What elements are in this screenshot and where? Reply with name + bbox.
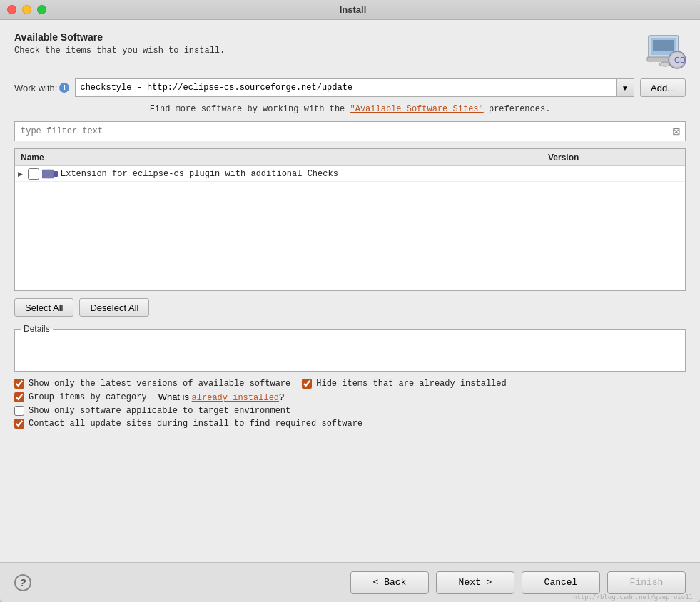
row-name: Extension for eclipse-cs plugin with add…: [61, 169, 338, 179]
main-content: Available Software Check the items that …: [0, 20, 700, 562]
target-environment-label: Show only software applicable to target …: [29, 406, 290, 416]
add-button[interactable]: Add...: [640, 78, 686, 97]
titlebar: Install: [0, 0, 700, 20]
details-legend: Details: [21, 324, 53, 334]
back-button[interactable]: < Back: [350, 571, 429, 594]
info-icon: i: [59, 83, 69, 93]
finish-button[interactable]: Finish: [607, 571, 686, 594]
select-deselect-buttons: Select All Deselect All: [14, 298, 686, 317]
window-title: Install: [13, 4, 693, 15]
option-contact-update-sites: Contact all update sites during install …: [14, 419, 362, 429]
filter-row: ⊠: [14, 121, 686, 141]
deselect-all-button[interactable]: Deselect All: [79, 298, 149, 317]
table-header: Name Version: [15, 149, 685, 166]
next-button[interactable]: Next >: [436, 571, 514, 594]
expand-icon[interactable]: ▶: [18, 170, 28, 178]
footer-buttons: < Back Next > Cancel Finish: [350, 571, 686, 594]
contact-update-sites-label: Contact all update sites during install …: [29, 419, 362, 429]
option-target-environment: Show only software applicable to target …: [14, 406, 290, 416]
work-with-input[interactable]: [75, 78, 616, 97]
option-hide-installed: Hide items that are already installed: [302, 379, 506, 389]
details-content: [21, 335, 679, 367]
options-row-1: Show only the latest versions of availab…: [14, 379, 686, 389]
cancel-button[interactable]: Cancel: [522, 571, 600, 594]
work-with-combo: ▼: [75, 78, 634, 97]
option-latest-versions: Show only the latest versions of availab…: [14, 379, 290, 389]
page-title: Available Software: [14, 31, 225, 43]
combo-dropdown-arrow[interactable]: ▼: [616, 78, 634, 97]
already-installed-row: What is already installed?: [158, 392, 285, 403]
help-button[interactable]: ?: [14, 574, 31, 591]
install-window: Install Available Software Check the ite…: [0, 0, 700, 602]
latest-versions-checkbox[interactable]: [14, 379, 24, 389]
find-more-row: Find more software by working with the "…: [14, 104, 686, 114]
options-row-4: Contact all update sites during install …: [14, 419, 686, 429]
hide-installed-checkbox[interactable]: [302, 379, 312, 389]
work-with-label: Work with: i: [14, 83, 69, 93]
filter-input[interactable]: [15, 126, 668, 136]
footer: ? < Back Next > Cancel Finish http://blo…: [0, 562, 700, 602]
plugin-icon: [42, 169, 58, 179]
header-row: Available Software Check the items that …: [14, 31, 686, 71]
header-text: Available Software Check the items that …: [14, 31, 225, 56]
select-all-button[interactable]: Select All: [14, 298, 73, 317]
install-icon: CD: [646, 31, 686, 71]
options-row-2: Group items by category What is already …: [14, 392, 686, 403]
software-table: Name Version ▶ Extension for eclipse-cs …: [14, 148, 686, 291]
target-environment-checkbox[interactable]: [14, 406, 24, 416]
work-with-row: Work with: i ▼ Add...: [14, 78, 686, 97]
column-name: Name: [15, 153, 542, 163]
already-installed-link[interactable]: already installed: [192, 393, 279, 403]
row-checkbox[interactable]: [28, 168, 39, 180]
already-installed-text: What is: [158, 392, 189, 402]
details-group: Details: [14, 324, 686, 372]
svg-rect-9: [54, 171, 58, 177]
options-row-3: Show only software applicable to target …: [14, 406, 686, 416]
group-by-category-checkbox[interactable]: [14, 392, 24, 402]
svg-rect-8: [42, 170, 54, 178]
already-installed-suffix: ?: [279, 392, 284, 402]
option-group-by-category: Group items by category: [14, 392, 147, 402]
group-by-category-label: Group items by category: [29, 392, 147, 402]
header-description: Check the items that you wish to install…: [14, 46, 225, 56]
hide-installed-label: Hide items that are already installed: [316, 379, 506, 389]
options-section: Show only the latest versions of availab…: [14, 379, 686, 429]
table-row: ▶ Extension for eclipse-cs plugin with a…: [15, 166, 685, 182]
watermark: http://blog.csdn.net/gveproio11: [573, 593, 693, 601]
svg-rect-2: [653, 40, 674, 51]
svg-text:CD: CD: [674, 56, 686, 64]
column-version: Version: [542, 153, 685, 163]
clear-filter-icon[interactable]: ⊠: [668, 123, 685, 140]
latest-versions-label: Show only the latest versions of availab…: [29, 379, 290, 389]
find-more-suffix: preferences.: [489, 104, 550, 114]
contact-update-sites-checkbox[interactable]: [14, 419, 24, 429]
find-more-prefix: Find more software by working with the: [150, 104, 345, 114]
available-software-sites-link[interactable]: "Available Software Sites": [350, 104, 484, 114]
